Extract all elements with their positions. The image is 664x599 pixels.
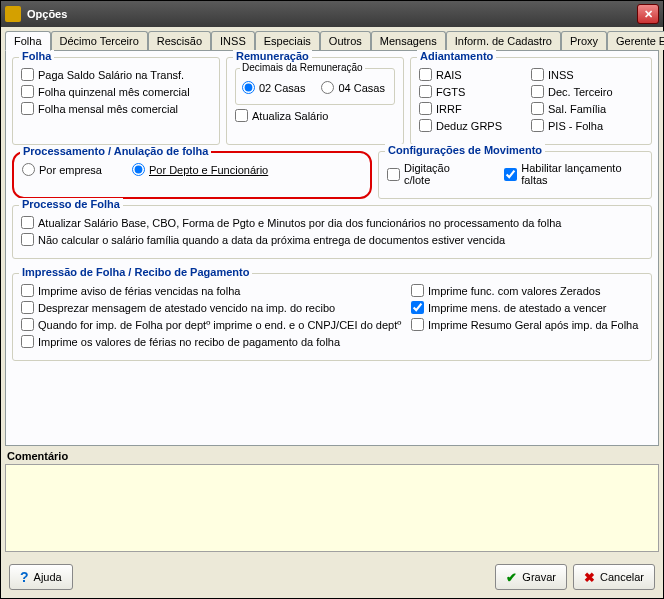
check-mensal[interactable]: Folha mensal mês comercial xyxy=(21,102,211,115)
fieldset-adiant-title: Adiantamento xyxy=(417,50,496,62)
tab-especiais[interactable]: Especiais xyxy=(255,31,320,50)
check-dec-label: Dec. Terceiro xyxy=(548,86,613,98)
options-window: Opções ✕ Folha Décimo Terceiro Rescisão … xyxy=(0,0,664,599)
check-irrf-label: IRRF xyxy=(436,103,462,115)
check-sal[interactable]: Sal. Família xyxy=(531,102,643,115)
radio-04casas[interactable]: 04 Casas xyxy=(321,81,384,94)
tab-mensagens[interactable]: Mensagens xyxy=(371,31,446,50)
radio-02casas[interactable]: 02 Casas xyxy=(242,81,305,94)
tab-outros[interactable]: Outros xyxy=(320,31,371,50)
subgroup-decimais: Decimais da Remuneração 02 Casas 04 Casa… xyxy=(235,68,395,105)
check-deduz[interactable]: Deduz GRPS xyxy=(419,119,531,132)
check-rais[interactable]: RAIS xyxy=(419,68,531,81)
check-quando-label: Quando for imp. de Folha por deptº impri… xyxy=(38,319,401,331)
check-atualizar-base[interactable]: Atualizar Salário Base, CBO, Forma de Pg… xyxy=(21,216,643,229)
tab-content: Folha Paga Saldo Salário na Transf. Folh… xyxy=(5,50,659,446)
fieldset-proc-title: Processamento / Anulação de folha xyxy=(20,145,211,157)
check-aviso-label: Imprime aviso de férias vencidas na folh… xyxy=(38,285,240,297)
check-quando-imp[interactable]: Quando for imp. de Folha por deptº impri… xyxy=(21,318,411,331)
check-quinzenal[interactable]: Folha quinzenal mês comercial xyxy=(21,85,211,98)
fieldset-remuneracao: Remuneração Decimais da Remuneração 02 C… xyxy=(226,57,404,145)
check-quinzenal-label: Folha quinzenal mês comercial xyxy=(38,86,190,98)
check-valores-label: Imprime os valores de férias no recibo d… xyxy=(38,336,340,348)
check-habilitar[interactable]: Habilitar lançamento faltas xyxy=(504,162,643,186)
comment-textarea[interactable] xyxy=(5,464,659,552)
check-digit-label: Digitação c/lote xyxy=(404,162,474,186)
fieldset-pfolha-title: Processo de Folha xyxy=(19,198,123,210)
check-zerados[interactable]: Imprime func. com valores Zerados xyxy=(411,284,643,297)
titlebar: Opções ✕ xyxy=(1,1,663,27)
check-fgts-label: FGTS xyxy=(436,86,465,98)
check-desprezar-label: Desprezar mensagem de atestado vencido n… xyxy=(38,302,335,314)
check-paga-saldo[interactable]: Paga Saldo Salário na Transf. xyxy=(21,68,211,81)
check-inss-label: INSS xyxy=(548,69,574,81)
decimais-title: Decimais da Remuneração xyxy=(240,62,365,73)
check-atualiza-label: Atualiza Salário xyxy=(252,110,328,122)
radio-empresa-label: Por empresa xyxy=(39,164,102,176)
check-paga-saldo-label: Paga Saldo Salário na Transf. xyxy=(38,69,184,81)
gravar-button[interactable]: ✔Gravar xyxy=(495,564,567,590)
check-rais-label: RAIS xyxy=(436,69,462,81)
check-digitacao[interactable]: Digitação c/lote xyxy=(387,162,474,186)
fieldset-configuracoes: Configurações de Movimento Digitação c/l… xyxy=(378,151,652,199)
radio-02casas-label: 02 Casas xyxy=(259,82,305,94)
tab-proxy[interactable]: Proxy xyxy=(561,31,607,50)
radio-por-depto[interactable]: Por Depto e Funcionário xyxy=(132,163,268,176)
check-irrf[interactable]: IRRF xyxy=(419,102,531,115)
x-icon: ✖ xyxy=(584,570,595,585)
tab-inss[interactable]: INSS xyxy=(211,31,255,50)
check-desprezar[interactable]: Desprezar mensagem de atestado vencido n… xyxy=(21,301,411,314)
fieldset-conf-title: Configurações de Movimento xyxy=(385,144,545,156)
fieldset-processamento: Processamento / Anulação de folha Por em… xyxy=(12,151,372,199)
tab-rescisao[interactable]: Rescisão xyxy=(148,31,211,50)
fieldset-processo-folha: Processo de Folha Atualizar Salário Base… xyxy=(12,205,652,259)
window-title: Opções xyxy=(27,8,637,20)
check-fgts[interactable]: FGTS xyxy=(419,85,531,98)
fieldset-imp-title: Impressão de Folha / Recibo de Pagamento xyxy=(19,266,252,278)
check-nao-calcular[interactable]: Não calcular o salário família quando a … xyxy=(21,233,643,246)
ajuda-button[interactable]: ?Ajuda xyxy=(9,564,73,590)
fieldset-folha-title: Folha xyxy=(19,50,54,62)
check-valores-ferias[interactable]: Imprime os valores de férias no recibo d… xyxy=(21,335,411,348)
check-resumo-label: Imprime Resumo Geral após imp. da Folha xyxy=(428,319,638,331)
fieldset-impressao: Impressão de Folha / Recibo de Pagamento… xyxy=(12,273,652,361)
check-hab-label: Habilitar lançamento faltas xyxy=(521,162,643,186)
ajuda-label: Ajuda xyxy=(34,571,62,583)
tab-gerente[interactable]: Gerente Eletrônico xyxy=(607,31,664,50)
check-atualiza-salario[interactable]: Atualiza Salário xyxy=(235,109,395,122)
radio-depto-label: Por Depto e Funcionário xyxy=(149,164,268,176)
tab-folha[interactable]: Folha xyxy=(5,31,51,51)
gravar-label: Gravar xyxy=(522,571,556,583)
check-naocalc-label: Não calcular o salário família quando a … xyxy=(38,234,505,246)
check-zerados-label: Imprime func. com valores Zerados xyxy=(428,285,600,297)
help-icon: ? xyxy=(20,569,29,585)
fieldset-adiantamento: Adiantamento RAIS FGTS IRRF Deduz GRPS I… xyxy=(410,57,652,145)
tab-decimo[interactable]: Décimo Terceiro xyxy=(51,31,148,50)
radio-por-empresa[interactable]: Por empresa xyxy=(22,163,102,176)
check-inss[interactable]: INSS xyxy=(531,68,643,81)
check-dec[interactable]: Dec. Terceiro xyxy=(531,85,643,98)
check-mensal-label: Folha mensal mês comercial xyxy=(38,103,178,115)
check-pis-label: PIS - Folha xyxy=(548,120,603,132)
cancelar-button[interactable]: ✖Cancelar xyxy=(573,564,655,590)
check-aviso-ferias[interactable]: Imprime aviso de férias vencidas na folh… xyxy=(21,284,411,297)
check-mens-label: Imprime mens. de atestado a vencer xyxy=(428,302,607,314)
tab-inform[interactable]: Inform. de Cadastro xyxy=(446,31,561,50)
tab-bar: Folha Décimo Terceiro Rescisão INSS Espe… xyxy=(1,27,663,50)
check-atualizar-label: Atualizar Salário Base, CBO, Forma de Pg… xyxy=(38,217,561,229)
check-mens-atestado[interactable]: Imprime mens. de atestado a vencer xyxy=(411,301,643,314)
radio-04casas-label: 04 Casas xyxy=(338,82,384,94)
fieldset-folha: Folha Paga Saldo Salário na Transf. Folh… xyxy=(12,57,220,145)
fieldset-remun-title: Remuneração xyxy=(233,50,312,62)
check-icon: ✔ xyxy=(506,570,517,585)
check-pis[interactable]: PIS - Folha xyxy=(531,119,643,132)
button-bar: ?Ajuda ✔Gravar ✖Cancelar xyxy=(9,564,655,590)
check-resumo[interactable]: Imprime Resumo Geral após imp. da Folha xyxy=(411,318,643,331)
close-icon[interactable]: ✕ xyxy=(637,4,659,24)
check-sal-label: Sal. Família xyxy=(548,103,606,115)
check-deduz-label: Deduz GRPS xyxy=(436,120,502,132)
comment-label: Comentário xyxy=(1,446,663,464)
cancelar-label: Cancelar xyxy=(600,571,644,583)
app-icon xyxy=(5,6,21,22)
